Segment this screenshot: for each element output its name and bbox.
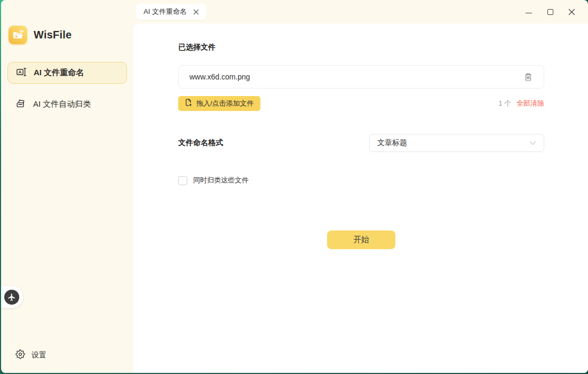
tab-ai-rename[interactable]: AI 文件重命名: [136, 4, 206, 20]
wisfile-logo-icon: [9, 26, 27, 44]
naming-format-label: 文件命名格式: [178, 138, 223, 148]
main-panel: 已选择文件 www.x6d.com.png: [133, 23, 588, 373]
classify-checkbox-label: 同时归类这些文件: [193, 176, 249, 185]
sidebar-item-ai-classify[interactable]: AI 文件自动归类: [7, 93, 127, 115]
svg-text:A: A: [19, 70, 22, 75]
window-controls: [525, 0, 588, 23]
app-window: AI 文件重命名 WisFile: [1, 0, 588, 373]
delete-file-button[interactable]: [523, 72, 533, 82]
file-list-item: www.x6d.com.png: [178, 65, 544, 89]
maximize-button[interactable]: [546, 8, 554, 15]
file-count-meta: 1 个 全部清除: [498, 99, 544, 108]
file-name: www.x6d.com.png: [189, 73, 250, 81]
add-file-row: 拖入/点击添加文件 1 个 全部清除: [178, 96, 544, 111]
file-count: 1 个: [498, 99, 511, 108]
gear-icon: [15, 349, 25, 361]
minimize-button[interactable]: [525, 8, 533, 15]
settings-button[interactable]: 设置: [15, 349, 46, 361]
classify-checkbox-row: 同时归类这些文件: [178, 176, 544, 185]
app-logo: WisFile: [9, 26, 71, 44]
naming-format-select[interactable]: 文章标题: [369, 134, 544, 152]
app-title: WisFile: [34, 29, 71, 41]
naming-format-value: 文章标题: [377, 138, 407, 148]
rename-icon: A: [16, 67, 27, 79]
start-button[interactable]: 开始: [327, 230, 395, 249]
clear-all-link[interactable]: 全部清除: [517, 99, 544, 108]
settings-label: 设置: [31, 351, 46, 360]
sidebar-item-label: AI 文件重命名: [34, 68, 84, 78]
add-files-button[interactable]: 拖入/点击添加文件: [178, 96, 260, 111]
chevron-down-icon: [529, 138, 536, 148]
airplane-mode-button[interactable]: [1, 286, 23, 308]
tab-close-icon[interactable]: [193, 9, 199, 15]
sidebar-item-ai-rename[interactable]: A AI 文件重命名: [7, 62, 127, 84]
sidebar: WisFile A AI 文件重命名 AI 文件自动归类: [1, 0, 133, 373]
airplane-icon: [4, 290, 19, 305]
start-button-container: 开始: [178, 230, 544, 249]
naming-format-row: 文件命名格式 文章标题: [178, 134, 544, 152]
add-files-button-label: 拖入/点击添加文件: [196, 99, 254, 108]
sidebar-item-label: AI 文件自动归类: [33, 99, 91, 109]
add-file-icon: [185, 99, 192, 108]
classify-checkbox[interactable]: [178, 176, 187, 185]
close-button[interactable]: [568, 8, 575, 15]
selected-files-header: 已选择文件: [178, 43, 544, 52]
tab-label: AI 文件重命名: [144, 7, 187, 17]
classify-icon: [15, 98, 26, 110]
